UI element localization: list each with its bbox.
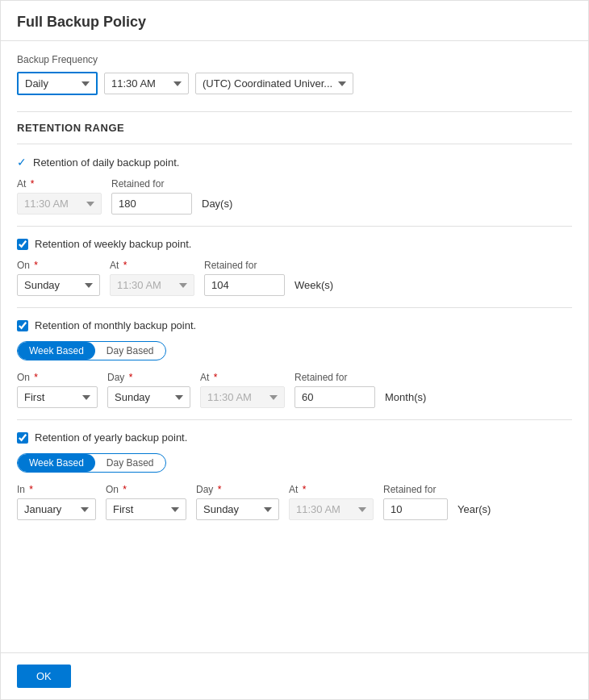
yearly-day-based-toggle[interactable]: Day Based — [95, 454, 165, 472]
weekly-checkbox[interactable] — [17, 239, 28, 250]
yearly-week-based-toggle[interactable]: Week Based — [18, 454, 95, 472]
daily-at-select: 11:30 AM — [17, 193, 102, 215]
monthly-unit-label: Month(s) — [385, 391, 426, 408]
monthly-toggle-group: Week Based Day Based — [17, 341, 166, 360]
monthly-on-label: On * — [17, 372, 98, 383]
daily-at-label: At * — [17, 178, 102, 190]
yearly-at-select: 11:30 AM — [289, 498, 374, 520]
weekly-retained-input[interactable] — [204, 274, 285, 296]
monthly-retained-input[interactable] — [294, 386, 375, 408]
ok-button[interactable]: OK — [17, 665, 71, 688]
weekly-on-select[interactable]: Sunday Monday Tuesday Wednesday Thursday… — [17, 274, 100, 296]
daily-fields-row: At * 11:30 AM Retained for Day(s) — [17, 178, 572, 215]
monthly-at-group: At * 11:30 AM — [200, 372, 285, 408]
yearly-checkbox-row: Retention of yearly backup point. — [17, 431, 572, 444]
monthly-day-label: Day * — [107, 372, 190, 383]
daily-retained-input[interactable] — [111, 193, 192, 215]
yearly-on-label: On * — [106, 484, 186, 495]
yearly-in-label: In * — [17, 484, 96, 495]
daily-checkmark-icon: ✓ — [17, 156, 27, 169]
weekly-at-select: 11:30 AM — [110, 274, 194, 296]
monthly-day-group: Day * Sunday Monday Tuesday Wednesday Th… — [107, 372, 190, 408]
weekly-at-label: At * — [110, 260, 194, 271]
yearly-in-select[interactable]: January February March April May June Ju… — [17, 498, 96, 520]
daily-at-group: At * 11:30 AM — [17, 178, 102, 215]
monthly-week-based-toggle[interactable]: Week Based — [18, 342, 95, 360]
timezone-select[interactable]: (UTC) Coordinated Univer... — [195, 73, 353, 94]
daily-retained-group: Retained for — [111, 178, 192, 215]
daily-unit-label: Day(s) — [202, 198, 232, 215]
weekly-on-group: On * Sunday Monday Tuesday Wednesday Thu… — [17, 260, 100, 296]
yearly-checkbox[interactable] — [17, 432, 28, 444]
page-title: Full Backup Policy — [1, 1, 588, 41]
yearly-day-group: Day * Sunday Monday Tuesday Wednesday Th… — [196, 484, 279, 520]
yearly-toggle-group: Week Based Day Based — [17, 453, 166, 473]
daily-checkbox-row: ✓ Retention of daily backup point. — [17, 156, 572, 169]
monthly-retention-block: Retention of monthly backup point. Week … — [17, 307, 572, 419]
yearly-on-select[interactable]: First Second Third Fourth Last — [106, 498, 186, 520]
weekly-on-label: On * — [17, 260, 100, 271]
monthly-at-label: At * — [200, 372, 285, 383]
monthly-on-group: On * First Second Third Fourth Last — [17, 372, 98, 408]
monthly-checkbox-row: Retention of monthly backup point. — [17, 319, 572, 331]
backup-frequency-label: Backup Frequency — [17, 54, 572, 65]
monthly-at-select: 11:30 AM — [200, 386, 285, 408]
weekly-unit-label: Week(s) — [294, 279, 333, 296]
frequency-select[interactable]: Daily Weekly Monthly — [17, 72, 98, 95]
monthly-checkbox[interactable] — [17, 320, 28, 331]
weekly-at-group: At * 11:30 AM — [110, 260, 194, 296]
monthly-retained-group: Retained for — [294, 372, 375, 408]
monthly-retention-label: Retention of monthly backup point. — [35, 319, 196, 331]
yearly-retention-label: Retention of yearly backup point. — [35, 431, 187, 444]
yearly-in-group: In * January February March April May Ju… — [17, 484, 96, 520]
weekly-retention-label: Retention of weekly backup point. — [35, 238, 191, 250]
monthly-day-select[interactable]: Sunday Monday Tuesday Wednesday Thursday… — [107, 386, 190, 408]
content-area: Backup Frequency Daily Weekly Monthly 11… — [1, 41, 588, 652]
yearly-at-group: At * 11:30 AM — [289, 484, 374, 520]
daily-retention-label: Retention of daily backup point. — [33, 156, 179, 169]
daily-retained-label: Retained for — [111, 178, 192, 190]
monthly-fields-row: On * First Second Third Fourth Last Day … — [17, 372, 572, 408]
page-container: Full Backup Policy Backup Frequency Dail… — [0, 0, 589, 700]
yearly-retention-block: Retention of yearly backup point. Week B… — [17, 419, 572, 531]
monthly-on-select[interactable]: First Second Third Fourth Last — [17, 386, 98, 408]
backup-frequency-row: Daily Weekly Monthly 11:30 AM 12:00 PM (… — [17, 72, 572, 95]
yearly-retained-label: Retained for — [383, 484, 448, 495]
weekly-retention-block: Retention of weekly backup point. On * S… — [17, 226, 572, 307]
yearly-at-label: At * — [289, 484, 374, 495]
footer: OK — [1, 652, 588, 699]
time-select[interactable]: 11:30 AM 12:00 PM — [104, 73, 189, 94]
monthly-retained-label: Retained for — [294, 372, 375, 383]
monthly-day-based-toggle[interactable]: Day Based — [95, 342, 165, 360]
weekly-fields-row: On * Sunday Monday Tuesday Wednesday Thu… — [17, 260, 572, 296]
yearly-on-group: On * First Second Third Fourth Last — [106, 484, 186, 520]
daily-retention-block: ✓ Retention of daily backup point. At * … — [17, 144, 572, 226]
retention-title: RETENTION RANGE — [17, 122, 572, 134]
yearly-fields-row: In * January February March April May Ju… — [17, 484, 572, 520]
yearly-unit-label: Year(s) — [457, 503, 491, 520]
weekly-retained-group: Retained for — [204, 260, 285, 296]
yearly-day-label: Day * — [196, 484, 279, 495]
retention-section: RETENTION RANGE ✓ Retention of daily bac… — [17, 111, 572, 531]
yearly-retained-input[interactable] — [383, 498, 448, 520]
yearly-day-select[interactable]: Sunday Monday Tuesday Wednesday Thursday… — [196, 498, 279, 520]
yearly-retained-group: Retained for — [383, 484, 448, 520]
weekly-checkbox-row: Retention of weekly backup point. — [17, 238, 572, 250]
weekly-retained-label: Retained for — [204, 260, 285, 271]
